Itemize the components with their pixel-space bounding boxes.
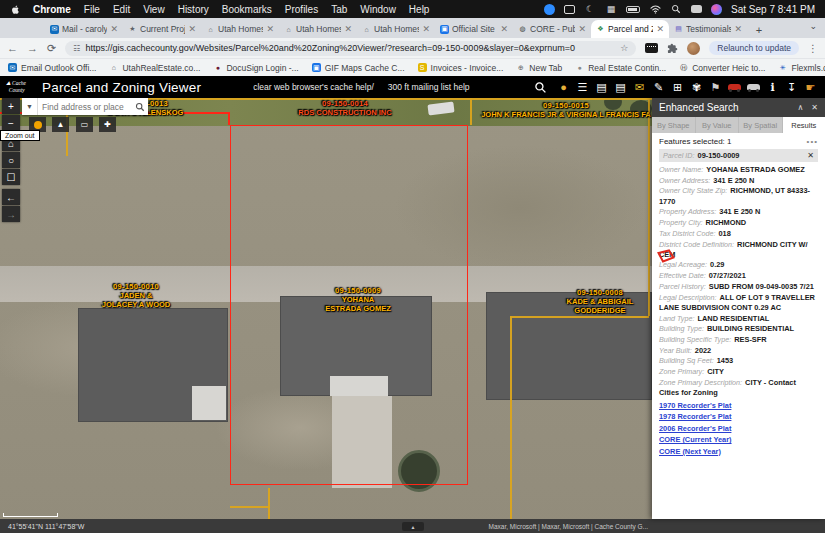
plat-link-2[interactable]: 2006 Recorder's Plat <box>659 424 818 433</box>
menu-item-chrome[interactable]: Chrome <box>33 4 71 15</box>
wifi-icon[interactable] <box>649 3 661 15</box>
bookmark-star-icon[interactable]: ☆ <box>620 43 628 53</box>
search-magnifier-icon[interactable] <box>132 102 148 112</box>
bookmark-5[interactable]: ⊕New Tab <box>516 63 562 73</box>
tab-close-icon[interactable]: ✕ <box>266 24 274 34</box>
tab-7[interactable]: ❖Parcel and Zonin✕ <box>591 20 669 38</box>
tab-close-icon[interactable]: ✕ <box>188 24 196 34</box>
layers-icon[interactable]: ▤ <box>612 79 629 96</box>
apple-logo-icon[interactable] <box>10 4 21 15</box>
menu-item-window[interactable]: Window <box>360 4 396 15</box>
bookmark-4[interactable]: SInvoices - Invoice... <box>418 63 504 73</box>
panel-tab-results[interactable]: Results <box>783 117 825 133</box>
basemap-grid-icon[interactable]: ⊞ <box>669 79 686 96</box>
tab-8[interactable]: ▤Testimonials — L✕ <box>669 20 747 38</box>
extension-keyboard-icon[interactable] <box>645 43 658 53</box>
menu-item-bookmarks[interactable]: Bookmarks <box>222 4 272 15</box>
overview-tool-button[interactable]: ▭ <box>76 117 93 132</box>
bookmark-0[interactable]: ✉Email Outlook Offi... <box>8 63 96 73</box>
tab-close-icon[interactable]: ✕ <box>500 24 508 34</box>
spotlight-icon[interactable] <box>670 3 682 15</box>
info-icon[interactable]: ℹ <box>764 79 781 96</box>
new-tab-button[interactable]: + <box>751 22 767 38</box>
keyboard-icon[interactable]: ▦ <box>605 3 617 15</box>
panel-tab-by-value[interactable]: By Value <box>696 117 740 133</box>
tab-6[interactable]: ◍CORE - Public Se✕ <box>513 20 591 38</box>
mailing-list-help-link[interactable]: 300 ft mailing list help <box>388 82 470 92</box>
streetview-tool-button[interactable]: ✚ <box>99 117 116 132</box>
tab-5[interactable]: ▣Official Site of Ca✕ <box>435 20 513 38</box>
map-search-input[interactable] <box>38 102 132 112</box>
result-parcel-row[interactable]: Parcel ID: 09-150-0009 ✕ <box>659 149 818 162</box>
profile-avatar[interactable] <box>687 42 700 55</box>
back-button[interactable]: ← <box>2 189 20 205</box>
siri-icon[interactable] <box>711 4 722 15</box>
tab-2[interactable]: ⌂Utah Homes For✕ <box>201 20 279 38</box>
zoom-in-button[interactable]: + <box>2 98 20 114</box>
panel-close-icon[interactable]: ✕ <box>811 103 818 112</box>
url-text[interactable]: https://gis.cachecounty.gov/Websites/Par… <box>85 43 615 53</box>
plat-link-4[interactable]: CORE (Next Year) <box>659 447 818 456</box>
menu-item-file[interactable]: File <box>84 4 100 15</box>
menu-item-profiles[interactable]: Profiles <box>285 4 318 15</box>
dnd-moon-icon[interactable]: ☾ <box>584 3 596 15</box>
tab-close-icon[interactable]: ✕ <box>734 24 742 34</box>
tab-close-icon[interactable]: ✕ <box>110 24 118 34</box>
reload-icon[interactable]: ⟳ <box>47 42 56 55</box>
bookmark-1[interactable]: ⌂UtahRealEstate.co... <box>109 63 200 73</box>
tab-search-icon[interactable]: ⌄ <box>809 21 817 31</box>
legend-icon[interactable]: ☰ <box>574 79 591 96</box>
layers-icon[interactable]: ▤ <box>593 79 610 96</box>
tab-close-icon[interactable]: ✕ <box>656 24 664 34</box>
bookmark-3[interactable]: ▣GIF Maps Cache C... <box>312 63 405 73</box>
forward-button[interactable]: → <box>2 206 20 222</box>
palette-icon[interactable]: ✾ <box>688 79 705 96</box>
menu-item-help[interactable]: Help <box>409 4 430 15</box>
remove-result-icon[interactable]: ✕ <box>807 151 814 160</box>
tab-close-icon[interactable]: ✕ <box>344 24 352 34</box>
extent-button[interactable]: ☐ <box>2 169 20 185</box>
plat-link-3[interactable]: CORE (Current Year) <box>659 435 818 444</box>
map-search-box[interactable]: ▼ <box>22 98 148 115</box>
panel-tab-by-shape[interactable]: By Shape <box>652 117 696 133</box>
menu-item-view[interactable]: View <box>143 4 165 15</box>
car-icon[interactable] <box>726 79 743 96</box>
attribution-toggle[interactable]: ▲ <box>402 522 424 531</box>
zoom-app-icon[interactable] <box>544 4 555 15</box>
search-icon[interactable] <box>534 81 547 94</box>
panel-tab-by-spatial[interactable]: By Spatial <box>739 117 783 133</box>
mail-icon[interactable]: ✉ <box>631 79 648 96</box>
results-menu-icon[interactable]: ••• <box>807 137 818 146</box>
extensions-puzzle-icon[interactable] <box>667 43 678 54</box>
menu-clock[interactable]: Sat Sep 7 8:41 PM <box>731 4 815 15</box>
locate-button[interactable]: ○ <box>2 152 20 168</box>
plat-link-0[interactable]: 1970 Recorder's Plat <box>659 401 818 410</box>
download-icon[interactable]: ↧ <box>783 79 800 96</box>
menu-item-history[interactable]: History <box>178 4 209 15</box>
coin-icon[interactable]: ● <box>555 79 572 96</box>
address-bar[interactable]: ☷ https://gis.cachecounty.gov/Websites/P… <box>65 41 636 56</box>
screen-mirror-icon[interactable] <box>564 5 575 14</box>
bookmark-6[interactable]: ●Real Estate Contin... <box>575 63 666 73</box>
panel-collapse-icon[interactable]: ∧ <box>797 103 803 112</box>
zoom-out-button[interactable]: − <box>2 115 20 131</box>
site-settings-icon[interactable]: ☷ <box>73 44 80 53</box>
bookmark-7[interactable]: ⒽConverter Heic to... <box>679 63 765 73</box>
menu-item-edit[interactable]: Edit <box>113 4 130 15</box>
back-icon[interactable]: ← <box>7 42 18 54</box>
measure-icon[interactable]: ✎ <box>650 79 667 96</box>
search-dropdown-icon[interactable]: ▼ <box>22 98 38 115</box>
tab-1[interactable]: ★Current Projects✕ <box>123 20 201 38</box>
chrome-menu-icon[interactable]: ⋮ <box>808 43 818 54</box>
imagery-tool-button[interactable]: ▲ <box>52 117 69 132</box>
bookmark-2[interactable]: ●DocuSign Login -... <box>213 63 298 73</box>
tab-close-icon[interactable]: ✕ <box>578 24 586 34</box>
forward-icon[interactable]: → <box>27 42 38 54</box>
relaunch-to-update-button[interactable]: Relaunch to update <box>709 41 799 55</box>
clear-cache-help-link[interactable]: clear web browser's cache help/ <box>253 82 374 92</box>
tab-close-icon[interactable]: ✕ <box>422 24 430 34</box>
battery-icon[interactable] <box>626 6 640 13</box>
bookmark-8[interactable]: ✳Flexmls.com <box>778 63 825 73</box>
tab-0[interactable]: ✉Mail - carolyn ko✕ <box>45 20 123 38</box>
tab-4[interactable]: ⌂Utah Homes For✕ <box>357 20 435 38</box>
